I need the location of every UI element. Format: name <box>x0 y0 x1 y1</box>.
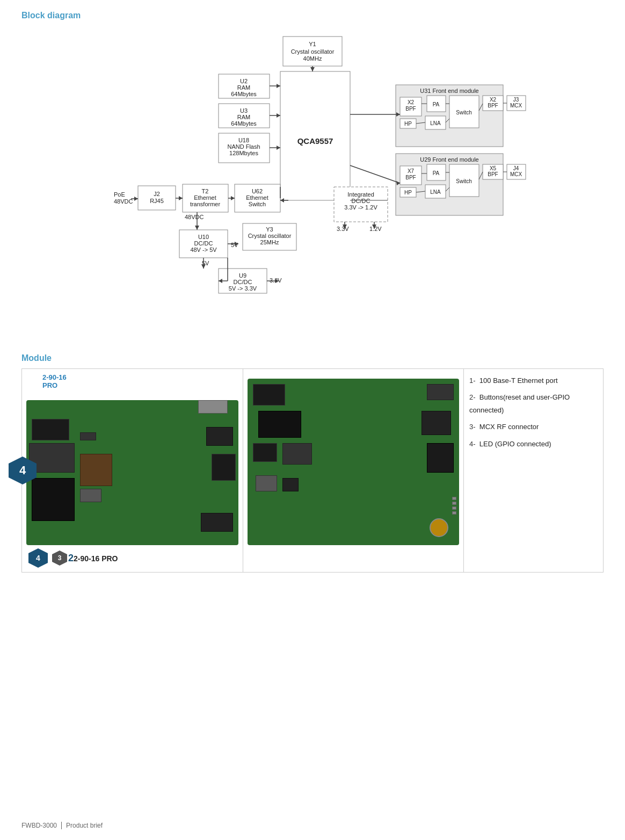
svg-text:64Mbytes: 64Mbytes <box>231 120 257 127</box>
svg-text:BPF: BPF <box>405 106 416 112</box>
svg-text:3.3V -> 1.2V: 3.3V -> 1.2V <box>344 204 377 211</box>
footer: FWBD-3000 Product brief <box>21 822 103 829</box>
svg-marker-45 <box>179 196 183 200</box>
svg-text:Y3: Y3 <box>266 226 273 233</box>
svg-text:transformer: transformer <box>190 201 221 207</box>
svg-text:DC/DC: DC/DC <box>194 240 213 247</box>
bottom-model-text: 22-90-16 PRO <box>68 553 118 564</box>
svg-text:NAND Flash: NAND Flash <box>227 143 260 150</box>
svg-text:U18: U18 <box>238 137 249 143</box>
svg-marker-52 <box>195 226 199 230</box>
svg-text:Switch: Switch <box>456 110 471 115</box>
footer-divider <box>61 822 62 829</box>
block-diagram-svg: Y1 Crystal oscillator 40MHz QCA9557 U2 R… <box>103 31 522 332</box>
svg-text:48VDC: 48VDC <box>114 198 133 205</box>
bottom-badge2: 3 <box>52 551 67 566</box>
svg-text:MCX: MCX <box>510 103 522 108</box>
svg-text:1.2V: 1.2V <box>369 226 382 232</box>
svg-text:HP: HP <box>404 121 412 127</box>
feature-4: 4- LED (GPIO connected) <box>469 438 598 450</box>
feature-2: 2- Buttons(reset and user-GPIO connected… <box>469 391 598 416</box>
svg-marker-13 <box>277 84 280 88</box>
svg-text:PoE: PoE <box>114 191 125 198</box>
svg-text:U62: U62 <box>252 188 263 194</box>
svg-text:Switch: Switch <box>249 201 266 207</box>
svg-text:PA: PA <box>433 170 440 176</box>
pcb-image-cell-left: 4 2-90-16 PRO <box>22 369 243 573</box>
bottom-badge: 4 <box>28 548 48 568</box>
svg-text:X5: X5 <box>490 165 497 171</box>
module-section: Module 4 2-90-16 PRO <box>21 353 604 573</box>
block-diagram-heading: Block diagram <box>21 11 604 20</box>
svg-text:U10: U10 <box>198 234 209 240</box>
svg-text:40MHz: 40MHz <box>303 55 322 62</box>
svg-text:64Mbytes: 64Mbytes <box>231 91 257 97</box>
svg-text:Ethernet: Ethernet <box>246 194 268 201</box>
svg-text:X7: X7 <box>408 168 415 174</box>
svg-text:Switch: Switch <box>456 178 471 184</box>
svg-text:U29 Front end module: U29 Front end module <box>420 156 478 163</box>
svg-text:3.3V: 3.3V <box>337 226 349 232</box>
svg-marker-62 <box>201 264 206 269</box>
module-heading: Module <box>21 353 604 363</box>
svg-line-140 <box>350 165 400 183</box>
module-info-cell: 1- 100 Base-T Ethernet port 2- Buttons(r… <box>464 369 604 573</box>
pcb-board-right <box>248 379 460 545</box>
svg-text:U3: U3 <box>240 107 248 114</box>
svg-text:X2: X2 <box>408 99 415 105</box>
svg-text:128Mbytes: 128Mbytes <box>229 150 258 156</box>
svg-text:Y1: Y1 <box>309 41 316 47</box>
svg-text:X2: X2 <box>490 97 497 103</box>
svg-marker-7 <box>310 67 315 71</box>
svg-text:MCX: MCX <box>510 171 522 177</box>
block-diagram-section: Block diagram Y1 Crystal oscillator 40MH… <box>21 11 604 337</box>
svg-text:RJ45: RJ45 <box>150 198 164 204</box>
side-badge: 4 <box>9 457 37 484</box>
svg-text:Integrated: Integrated <box>347 191 374 198</box>
svg-text:U2: U2 <box>240 78 248 84</box>
footer-desc: Product brief <box>66 822 103 829</box>
svg-marker-19 <box>277 113 280 118</box>
module-pro-label: PRO <box>42 381 67 389</box>
svg-text:5V -> 3.3V: 5V -> 3.3V <box>229 285 257 292</box>
svg-marker-40 <box>231 196 235 200</box>
svg-text:BPF: BPF <box>488 103 498 108</box>
svg-text:QCA9557: QCA9557 <box>297 136 333 146</box>
svg-text:RAM: RAM <box>237 114 250 120</box>
svg-text:Crystal oscillator: Crystal oscillator <box>248 233 292 239</box>
svg-text:DC/DC: DC/DC <box>234 279 252 285</box>
svg-text:LNA: LNA <box>430 189 441 195</box>
svg-text:J3: J3 <box>513 97 519 103</box>
svg-text:25MHz: 25MHz <box>260 239 279 245</box>
svg-text:RAM: RAM <box>237 84 250 91</box>
footer-product: FWBD-3000 <box>21 822 57 829</box>
svg-text:Ethernet: Ethernet <box>194 194 216 201</box>
svg-text:HP: HP <box>404 190 412 195</box>
svg-text:U31 Front end module: U31 Front end module <box>420 88 478 94</box>
svg-text:Crystal oscillator: Crystal oscillator <box>291 48 335 55</box>
pcb-image-cell-right <box>243 369 464 573</box>
svg-text:J2: J2 <box>154 191 160 197</box>
svg-text:LNA: LNA <box>430 120 441 126</box>
svg-marker-25 <box>277 146 280 150</box>
svg-text:PA: PA <box>433 102 440 107</box>
module-table: 4 2-90-16 PRO <box>21 368 604 573</box>
feature-3: 3- MCX RF connector <box>469 421 598 433</box>
module-top-label: 2-90-16 <box>42 373 67 381</box>
svg-text:BPF: BPF <box>405 175 416 180</box>
pcb-board-left <box>26 400 238 545</box>
svg-text:J4: J4 <box>513 165 519 171</box>
svg-text:T2: T2 <box>202 188 209 194</box>
feature-list: 1- 100 Base-T Ethernet port 2- Buttons(r… <box>469 374 598 450</box>
diagram-wrapper: Y1 Crystal oscillator 40MHz QCA9557 U2 R… <box>21 26 604 337</box>
svg-text:DC/DC: DC/DC <box>352 198 370 204</box>
feature-1: 1- 100 Base-T Ethernet port <box>469 374 598 387</box>
svg-text:U9: U9 <box>239 272 246 279</box>
svg-text:BPF: BPF <box>488 171 498 177</box>
svg-marker-49 <box>134 197 138 201</box>
svg-text:48V -> 5V: 48V -> 5V <box>190 247 217 253</box>
svg-text:48VDC: 48VDC <box>185 214 204 220</box>
svg-rect-4 <box>280 71 350 200</box>
